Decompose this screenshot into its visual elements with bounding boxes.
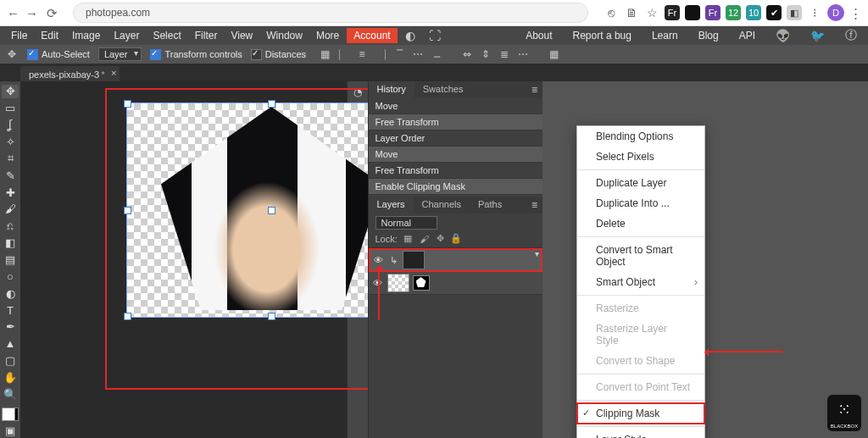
transform-controls-checkbox[interactable]: Transform controls bbox=[150, 49, 242, 60]
blur-tool[interactable]: ○ bbox=[2, 269, 19, 283]
history-item[interactable]: Move bbox=[369, 147, 542, 163]
menu-filter[interactable]: Filter bbox=[189, 28, 224, 43]
eraser-tool[interactable]: ◧ bbox=[2, 236, 19, 250]
fullscreen-icon[interactable]: ⛶ bbox=[423, 27, 447, 44]
ctx-layer-style[interactable]: Layer Style bbox=[577, 430, 704, 438]
canvas-viewport[interactable] bbox=[20, 81, 347, 438]
distances-checkbox[interactable]: Distances bbox=[251, 49, 306, 60]
nav-forward-icon[interactable]: → bbox=[25, 7, 37, 19]
lock-transparency-icon[interactable]: ▦ bbox=[403, 233, 414, 244]
ctx-convert-smart[interactable]: Convert to Smart Object bbox=[577, 240, 704, 272]
tab-history[interactable]: History bbox=[369, 81, 415, 98]
url-bar[interactable]: photopea.com bbox=[73, 3, 588, 23]
brush-tool[interactable]: 🖌 bbox=[2, 202, 19, 216]
pen-tool[interactable]: ✒ bbox=[2, 320, 19, 334]
align-icon[interactable]: ▦ bbox=[318, 47, 331, 61]
layer-mask-thumbnail[interactable] bbox=[413, 275, 430, 291]
ctx-select-pixels[interactable]: Select Pixels bbox=[577, 147, 704, 167]
history-item[interactable]: Free Transform bbox=[369, 114, 542, 130]
type-tool[interactable]: T bbox=[2, 303, 19, 317]
extension-6-icon[interactable]: ✔ bbox=[766, 5, 782, 20]
lasso-tool[interactable]: ʆ bbox=[2, 119, 19, 132]
panel-menu-icon[interactable]: ≡ bbox=[527, 197, 542, 213]
color-swatches[interactable] bbox=[2, 408, 19, 421]
distribute-h-icon[interactable]: ⇔ bbox=[460, 47, 474, 61]
link-learn[interactable]: Learn bbox=[646, 28, 684, 43]
zoom-tool[interactable]: 🔍 bbox=[2, 387, 19, 401]
ctx-duplicate-into[interactable]: Duplicate Into ... bbox=[577, 193, 704, 213]
layer-row-selected[interactable]: 👁 ↳ bbox=[369, 248, 542, 272]
distribute-icon[interactable]: ≣ bbox=[498, 47, 511, 61]
transform-handle[interactable] bbox=[268, 207, 275, 214]
crop-tool[interactable]: ⌗ bbox=[2, 152, 19, 165]
ctx-blending-options[interactable]: Blending Options bbox=[577, 126, 704, 147]
extension-4-icon[interactable]: 12 bbox=[726, 5, 741, 20]
blend-mode-select[interactable]: Normal bbox=[376, 216, 437, 230]
align-left-icon[interactable]: ⎸ bbox=[337, 47, 350, 61]
menu-more[interactable]: More bbox=[310, 28, 345, 43]
hand-tool[interactable]: ✋ bbox=[2, 371, 19, 385]
menu-file[interactable]: File bbox=[5, 28, 33, 43]
align-middle-icon[interactable]: ⋯ bbox=[411, 47, 425, 61]
history-item[interactable]: Layer Order bbox=[369, 130, 542, 147]
nav-refresh-icon[interactable]: ⟳ bbox=[46, 7, 58, 19]
quickmask-tool[interactable]: ▣ bbox=[2, 424, 19, 438]
tab-channels[interactable]: Channels bbox=[414, 197, 470, 213]
reader-icon[interactable]: 🗎 bbox=[624, 5, 639, 20]
move-tool[interactable]: ✥ bbox=[2, 85, 19, 98]
ctx-delete[interactable]: Delete bbox=[577, 213, 704, 234]
align-bottom-icon[interactable]: ⎽ bbox=[430, 47, 443, 61]
transform-handle[interactable] bbox=[124, 100, 131, 108]
bookmark-icon[interactable]: ☆ bbox=[644, 5, 659, 20]
more-align-icon[interactable]: ⋯ bbox=[516, 47, 530, 61]
browser-menu-icon[interactable]: ⋮ bbox=[849, 7, 861, 19]
menu-edit[interactable]: Edit bbox=[35, 28, 64, 43]
extension-7-icon[interactable]: ◧ bbox=[787, 5, 802, 20]
dodge-tool[interactable]: ◐ bbox=[2, 286, 19, 300]
extension-2-icon[interactable] bbox=[685, 5, 700, 20]
tab-layers[interactable]: Layers bbox=[369, 197, 414, 213]
layer-row[interactable]: 👁 bbox=[369, 272, 542, 295]
link-about[interactable]: About bbox=[520, 28, 558, 43]
clone-tool[interactable]: ⎌ bbox=[2, 219, 19, 233]
panel-menu-icon[interactable]: ≡ bbox=[527, 81, 542, 98]
history-item[interactable]: Free Transform bbox=[369, 163, 542, 179]
grid-icon[interactable]: ▦ bbox=[547, 47, 560, 61]
lock-all-icon[interactable]: 🔒 bbox=[451, 233, 462, 244]
twitter-icon[interactable]: 🐦 bbox=[804, 27, 831, 44]
ctx-clipping-mask[interactable]: Clipping Mask bbox=[577, 403, 704, 424]
menu-account[interactable]: Account bbox=[347, 28, 397, 43]
layer-thumbnail[interactable] bbox=[403, 251, 425, 269]
menu-view[interactable]: View bbox=[225, 28, 259, 43]
layer-thumbnail[interactable] bbox=[387, 274, 409, 292]
link-api[interactable]: API bbox=[733, 28, 761, 43]
facebook-icon[interactable]: ⓕ bbox=[839, 26, 863, 45]
extensions-menu-icon[interactable]: ⁝ bbox=[807, 5, 822, 20]
extension-3-icon[interactable]: Fr bbox=[705, 5, 721, 20]
transform-handle[interactable] bbox=[124, 313, 131, 320]
transform-handle[interactable] bbox=[124, 207, 131, 214]
gradient-tool[interactable]: ▤ bbox=[2, 253, 19, 267]
fg-color-swatch[interactable] bbox=[2, 408, 15, 421]
ctx-smart-object[interactable]: Smart Object bbox=[577, 272, 704, 292]
lock-position-icon[interactable]: ✥ bbox=[435, 233, 446, 244]
distribute-v-icon[interactable]: ⇕ bbox=[479, 47, 492, 61]
marquee-tool[interactable]: ▭ bbox=[2, 102, 19, 115]
align-top-icon[interactable]: ⎺ bbox=[392, 47, 406, 61]
menu-window[interactable]: Window bbox=[260, 28, 309, 43]
align-center-h-icon[interactable]: ≡ bbox=[355, 47, 369, 61]
link-blog[interactable]: Blog bbox=[693, 28, 725, 43]
theme-toggle-icon[interactable]: ◐ bbox=[399, 27, 421, 44]
menu-select[interactable]: Select bbox=[147, 28, 186, 43]
transform-handle[interactable] bbox=[268, 100, 275, 108]
transform-handle[interactable] bbox=[268, 313, 275, 320]
history-item[interactable]: Enable Clipping Mask bbox=[369, 179, 542, 195]
heal-tool[interactable]: ✚ bbox=[2, 186, 19, 199]
lock-pixels-icon[interactable]: 🖌 bbox=[419, 233, 430, 244]
tab-paths[interactable]: Paths bbox=[470, 197, 510, 213]
reddit-icon[interactable]: 👽 bbox=[770, 27, 796, 44]
auto-select-checkbox[interactable]: Auto-Select bbox=[27, 49, 90, 60]
link-report-bug[interactable]: Report a bug bbox=[567, 28, 637, 43]
extension-1-icon[interactable]: Fr bbox=[665, 5, 680, 20]
translate-icon[interactable]: ⎋ bbox=[604, 5, 619, 20]
